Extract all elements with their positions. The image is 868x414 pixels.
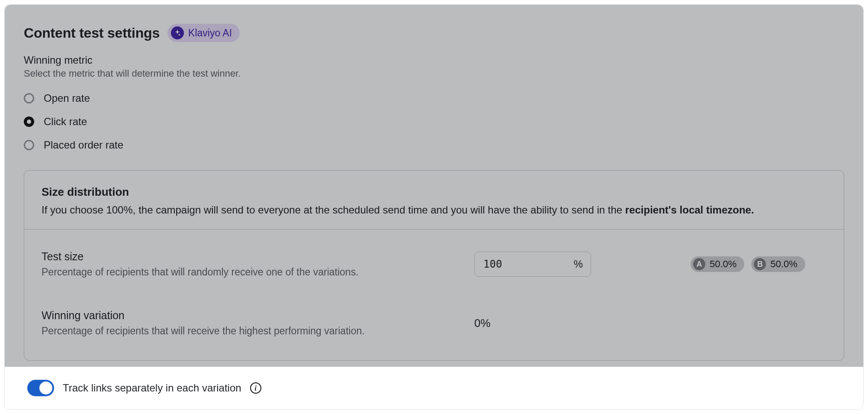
test-size-input[interactable] (482, 258, 574, 271)
radio-option-click-rate[interactable]: Click rate (24, 116, 844, 128)
winning-metric-heading: Winning metric (24, 54, 844, 66)
variation-pill-b: B50.0% (751, 256, 805, 272)
radio-label: Open rate (44, 92, 90, 104)
test-size-title: Test size (42, 250, 457, 263)
page-title: Content test settings (24, 25, 160, 41)
radio-option-open-rate[interactable]: Open rate (24, 92, 844, 104)
radio-indicator (24, 116, 34, 127)
radio-label: Placed order rate (44, 139, 123, 151)
size-distribution-card: Size distribution If you choose 100%, th… (24, 170, 844, 361)
size-distribution-description: If you choose 100%, the campaign will se… (42, 203, 826, 217)
klaviyo-ai-badge-label: Klaviyo AI (188, 27, 232, 39)
winning-metric-radio-group: Open rateClick ratePlaced order rate (24, 92, 844, 151)
radio-option-placed-order-rate[interactable]: Placed order rate (24, 139, 844, 151)
winning-variation-value: 0% (474, 317, 604, 330)
percent-suffix: % (574, 258, 583, 270)
track-links-label: Track links separately in each variation (63, 382, 241, 394)
winning-metric-subtext: Select the metric that will determine th… (24, 68, 844, 79)
radio-indicator (24, 140, 34, 150)
variation-split-pills: A50.0%B50.0% (621, 256, 826, 272)
variation-letter: B (754, 258, 766, 270)
test-size-subtext: Percentage of recipients that will rando… (42, 266, 457, 278)
size-distribution-title: Size distribution (42, 185, 826, 199)
radio-label: Click rate (44, 116, 87, 128)
track-links-toggle[interactable] (27, 380, 54, 396)
variation-letter: A (693, 258, 705, 270)
sparkle-icon (171, 26, 184, 39)
variation-percent: 50.0% (770, 259, 797, 270)
winning-variation-subtext: Percentage of recipients that will recei… (42, 325, 457, 337)
info-icon[interactable]: i (250, 382, 261, 394)
winning-variation-title: Winning variation (42, 309, 457, 322)
radio-indicator (24, 93, 34, 104)
track-links-strip: Track links separately in each variation… (5, 367, 863, 409)
klaviyo-ai-badge[interactable]: Klaviyo AI (167, 24, 240, 42)
test-size-input-wrapper[interactable]: % (474, 252, 591, 277)
variation-percent: 50.0% (710, 259, 736, 270)
variation-pill-a: A50.0% (691, 256, 744, 272)
settings-panel: Content test settings Klaviyo AI Winning… (5, 5, 863, 409)
